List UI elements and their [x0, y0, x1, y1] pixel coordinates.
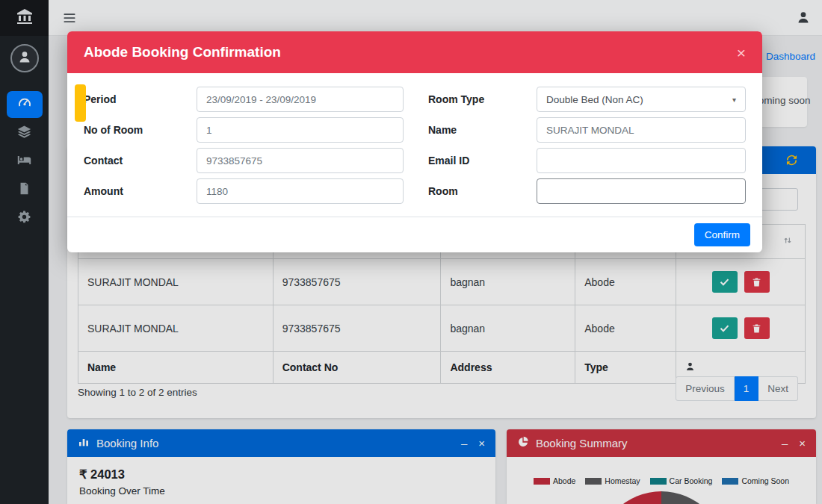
contact-label: Contact	[84, 155, 197, 167]
room-type-select[interactable]: Double Bed (Non AC) ▾	[537, 87, 746, 112]
contact-input[interactable]	[197, 148, 404, 173]
chevron-down-icon: ▾	[732, 96, 736, 104]
name-label: Name	[428, 124, 537, 136]
modal-footer: Confirm	[67, 217, 762, 252]
room-type-label: Room Type	[428, 93, 537, 105]
email-input[interactable]	[537, 148, 746, 173]
room-input[interactable]	[537, 178, 746, 204]
booking-confirmation-modal: Abode Booking Confirmation × Period Room…	[67, 31, 762, 252]
period-input[interactable]	[197, 87, 404, 112]
no-of-room-input[interactable]	[197, 117, 404, 143]
room-type-value: Double Bed (Non AC)	[546, 94, 643, 105]
modal-header: Abode Booking Confirmation ×	[67, 31, 762, 73]
period-label: Period	[84, 93, 197, 105]
amount-input[interactable]	[197, 178, 404, 204]
modal-close-icon[interactable]: ×	[737, 45, 746, 60]
amount-label: Amount	[84, 185, 197, 197]
room-label: Room	[428, 185, 537, 197]
confirm-button[interactable]: Confirm	[694, 223, 750, 246]
modal-body: Period Room Type Double Bed (Non AC) ▾ N…	[67, 73, 762, 217]
modal-title: Abode Booking Confirmation	[84, 44, 281, 60]
no-of-room-label: No of Room	[84, 124, 197, 136]
yellow-card-fragment	[75, 84, 86, 122]
email-label: Email ID	[428, 155, 537, 167]
name-input[interactable]	[537, 117, 746, 143]
